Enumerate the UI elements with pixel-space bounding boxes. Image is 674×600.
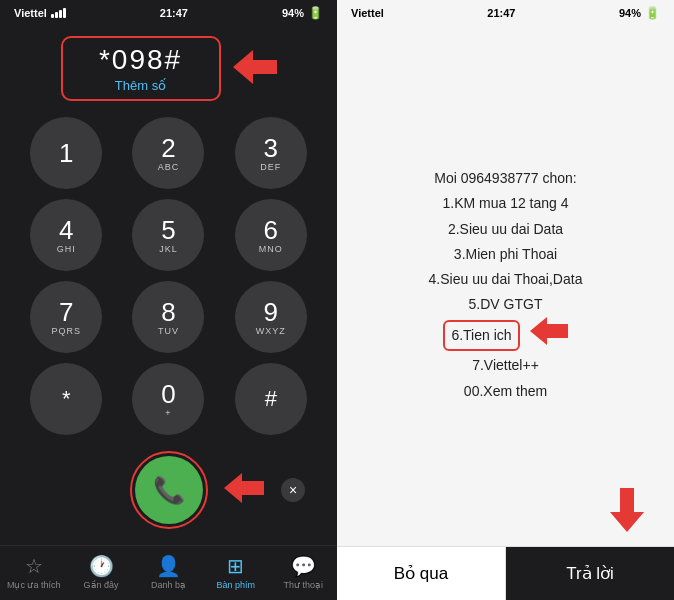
ussd-line-8: 00.Xem them (429, 379, 583, 404)
nav-recents[interactable]: 🕐 Gần đây (73, 554, 129, 590)
ussd-line-2: 2.Sieu uu dai Data (429, 217, 583, 242)
nav-keypad[interactable]: ⊞ Bàn phím (208, 554, 264, 590)
battery-percent-left: 94% (282, 7, 304, 19)
call-row: 📞 × (0, 443, 337, 545)
ussd-panel: Viettel 21:47 94% 🔋 Moi 0964938777 chon:… (337, 0, 674, 600)
recents-icon: 🕐 (89, 554, 114, 578)
status-left: Viettel (14, 7, 66, 19)
status-bar-right: Viettel 21:47 94% 🔋 (337, 0, 674, 24)
arrow-to-input-icon (233, 50, 277, 88)
call-button[interactable]: 📞 (135, 456, 203, 524)
contacts-icon: 👤 (156, 554, 181, 578)
dialer-input-box: *098# Thêm số (61, 36, 221, 101)
svg-marker-4 (530, 317, 568, 345)
battery-left: 94% 🔋 (282, 6, 323, 20)
signal-icon (51, 8, 66, 18)
ussd-content: Moi 0964938777 chon: 1.KM mua 12 tang 4 … (337, 24, 674, 546)
voicemail-icon: 💬 (291, 554, 316, 578)
key-7[interactable]: 7 PQRS (30, 281, 102, 353)
ussd-line-6-highlighted: 6.Tien ich (443, 320, 519, 351)
dialed-number: *098# (83, 44, 199, 76)
call-button-wrapper: 📞 (130, 451, 208, 529)
nav-favorites[interactable]: ☆ Mục ưa thích (6, 554, 62, 590)
add-number-label[interactable]: Thêm số (83, 78, 199, 93)
battery-icon: 🔋 (308, 6, 323, 20)
ussd-line-3: 3.Mien phi Thoai (429, 242, 583, 267)
ussd-line-4: 4.Sieu uu dai Thoai,Data (429, 267, 583, 292)
favorites-icon: ☆ (25, 554, 43, 578)
battery-right: 94% 🔋 (619, 6, 660, 20)
key-2[interactable]: 2 ABC (132, 117, 204, 189)
carrier-left: Viettel (14, 7, 47, 19)
svg-marker-1 (224, 473, 264, 503)
key-3[interactable]: 3 DEF (235, 117, 307, 189)
nav-contacts[interactable]: 👤 Danh bạ (140, 554, 196, 590)
delete-button[interactable]: × (273, 470, 313, 510)
ussd-line-6-wrapper: 6.Tien ich (429, 317, 583, 353)
dismiss-button[interactable]: Bỏ qua (337, 547, 506, 600)
ussd-line-0: Moi 0964938777 chon: (429, 166, 583, 191)
key-8[interactable]: 8 TUV (132, 281, 204, 353)
bottom-nav: ☆ Mục ưa thích 🕐 Gần đây 👤 Danh bạ ⊞ Bàn… (0, 545, 337, 600)
nav-voicemail[interactable]: 💬 Thư thoại (275, 554, 331, 590)
phone-icon: 📞 (153, 475, 185, 506)
action-buttons: Bỏ qua Trả lời (337, 546, 674, 600)
keypad-icon: ⊞ (227, 554, 244, 578)
battery-percent-right: 94% (619, 7, 641, 19)
time-right: 21:47 (487, 7, 515, 19)
ussd-line-1: 1.KM mua 12 tang 4 (429, 191, 583, 216)
key-5[interactable]: 5 JKL (132, 199, 204, 271)
status-bar-left: Viettel 21:47 94% 🔋 (0, 0, 337, 24)
key-4[interactable]: 4 GHI (30, 199, 102, 271)
keypad: 1 2 ABC 3 DEF 4 GHI 5 JKL 6 MNO 7 PQRS 8 (0, 109, 337, 443)
svg-text:×: × (289, 482, 297, 498)
ussd-line-7: 7.Viettel++ (429, 353, 583, 378)
battery-icon-right: 🔋 (645, 6, 660, 20)
reply-button[interactable]: Trả lời (506, 547, 674, 600)
key-1[interactable]: 1 (30, 117, 102, 189)
arrow-to-call-icon (224, 473, 264, 507)
arrow-down-icon (610, 488, 644, 536)
svg-marker-5 (610, 488, 644, 532)
key-0[interactable]: 0 + (132, 363, 204, 435)
key-hash[interactable]: # (235, 363, 307, 435)
arrow-to-option-icon (530, 317, 568, 353)
key-star[interactable]: * (30, 363, 102, 435)
dialer-panel: Viettel 21:47 94% 🔋 *098# Thêm số (0, 0, 337, 600)
svg-marker-0 (233, 50, 277, 84)
dialer-display: *098# Thêm số (0, 24, 337, 109)
status-left-right: Viettel (351, 7, 384, 19)
carrier-right: Viettel (351, 7, 384, 19)
key-6[interactable]: 6 MNO (235, 199, 307, 271)
time-left: 21:47 (160, 7, 188, 19)
ussd-line-5: 5.DV GTGT (429, 292, 583, 317)
ussd-message: Moi 0964938777 chon: 1.KM mua 12 tang 4 … (429, 166, 583, 404)
key-9[interactable]: 9 WXYZ (235, 281, 307, 353)
